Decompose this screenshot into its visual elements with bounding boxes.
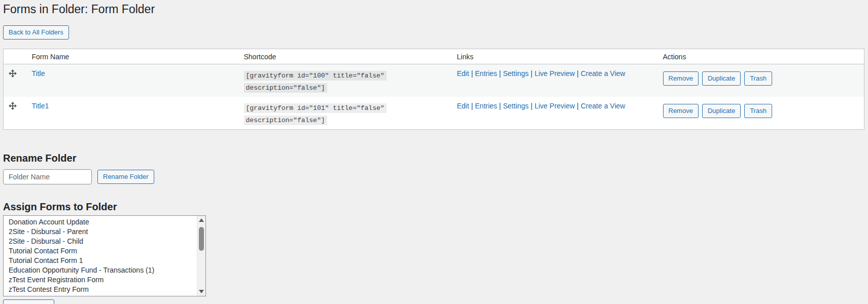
create-a-view-link[interactable]: Create a View	[581, 102, 626, 110]
link-separator: |	[471, 69, 473, 78]
live-preview-link[interactable]: Live Preview	[535, 102, 575, 110]
form-option[interactable]: zTest Event Registration Form	[4, 275, 205, 285]
trash-button[interactable]: Trash	[744, 104, 772, 118]
remove-button[interactable]: Remove	[663, 71, 699, 86]
rename-folder-heading: Rename Folder	[3, 152, 865, 164]
scrollbar-thumb[interactable]	[199, 227, 204, 251]
link-separator: |	[471, 102, 473, 110]
column-header-shortcode: Shortcode	[239, 49, 452, 64]
table-row: Title1 [gravityform id="101" title="fals…	[4, 97, 864, 130]
form-option[interactable]: Tutorial Contact Form 1	[4, 256, 205, 265]
settings-link[interactable]: Settings	[503, 69, 529, 78]
entries-link[interactable]: Entries	[475, 102, 497, 110]
rename-folder-button[interactable]: Rename Folder	[97, 170, 154, 184]
move-icon[interactable]	[9, 102, 17, 110]
link-separator: |	[531, 69, 533, 78]
link-separator: |	[499, 102, 501, 110]
scroll-up-icon[interactable]	[199, 218, 204, 222]
form-name-link[interactable]: Title1	[32, 102, 49, 110]
settings-link[interactable]: Settings	[503, 102, 529, 110]
listbox-scrollbar[interactable]	[197, 216, 205, 296]
column-header-links: Links	[452, 49, 658, 64]
forms-table: Form Name Shortcode Links Actions	[3, 49, 864, 130]
form-option[interactable]: zTest Contest Entry Form	[4, 285, 205, 294]
folder-name-input[interactable]	[3, 169, 92, 184]
create-a-view-link[interactable]: Create a View	[581, 69, 626, 78]
form-option[interactable]: Education Opportunity Fund - Transaction…	[4, 265, 205, 275]
assign-forms-heading: Assign Forms to Folder	[3, 201, 865, 213]
admin-content: Forms in Folder: Form Folder Back to All…	[0, 0, 868, 304]
edit-link[interactable]: Edit	[457, 69, 469, 78]
link-separator: |	[499, 69, 501, 78]
back-to-all-folders-button[interactable]: Back to All Folders	[3, 25, 69, 40]
entries-link[interactable]: Entries	[475, 69, 497, 78]
column-header-form-name: Form Name	[27, 49, 239, 64]
table-row: Title [gravityform id="100" title="false…	[4, 64, 864, 97]
form-option[interactable]: Donation Account Update	[4, 217, 205, 227]
live-preview-link[interactable]: Live Preview	[535, 69, 575, 78]
assign-forms-button[interactable]: Assign Forms	[3, 299, 54, 304]
column-header-actions: Actions	[658, 49, 864, 64]
edit-link[interactable]: Edit	[457, 102, 469, 110]
duplicate-button[interactable]: Duplicate	[702, 71, 741, 86]
form-option[interactable]: 2Site - Disbursal - Child	[4, 237, 205, 246]
page-title: Forms in Folder: Form Folder	[3, 0, 865, 17]
form-option[interactable]: 2Site - Disbursal - Parent	[4, 227, 205, 237]
shortcode-text: [gravityform id="101" title="false" desc…	[244, 103, 387, 125]
table-header-row: Form Name Shortcode Links Actions	[4, 49, 864, 64]
scroll-down-icon[interactable]	[199, 290, 204, 293]
form-name-link[interactable]: Title	[32, 69, 45, 78]
link-separator: |	[577, 69, 579, 78]
link-separator: |	[577, 102, 579, 110]
shortcode-text: [gravityform id="100" title="false" desc…	[244, 71, 387, 93]
form-option[interactable]: Tutorial Contact Form	[4, 246, 205, 256]
column-header-drag	[4, 49, 27, 64]
duplicate-button[interactable]: Duplicate	[702, 104, 741, 118]
link-separator: |	[531, 102, 533, 110]
forms-multiselect[interactable]: Donation Account Update 2Site - Disbursa…	[3, 215, 206, 296]
trash-button[interactable]: Trash	[744, 71, 772, 86]
move-icon[interactable]	[9, 69, 17, 78]
remove-button[interactable]: Remove	[663, 104, 699, 118]
